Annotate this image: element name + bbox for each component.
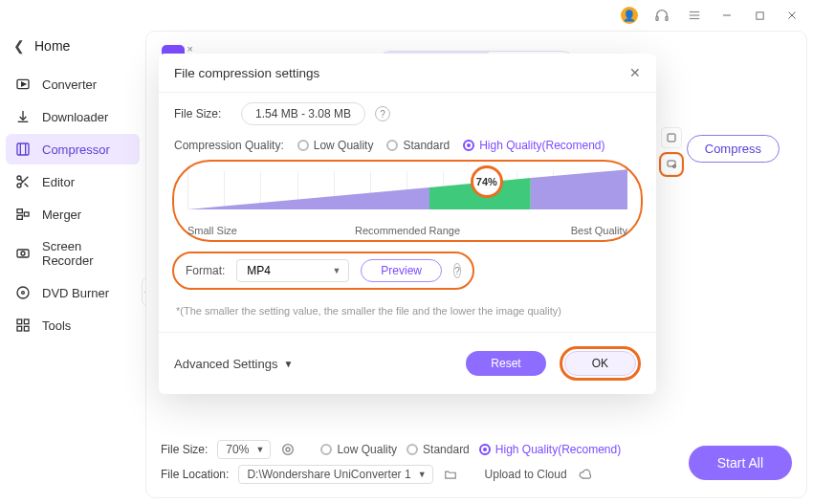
- titlebar: 👤: [0, 0, 813, 31]
- modal-quality-high-option[interactable]: High Quality(Recomend): [463, 139, 604, 152]
- info-tool-icon[interactable]: [661, 127, 682, 148]
- home-nav[interactable]: ❮ Home: [6, 34, 140, 67]
- quality-standard-option[interactable]: Standard: [406, 443, 470, 456]
- compressor-icon: [15, 142, 31, 157]
- chevron-down-icon: ▼: [283, 359, 293, 369]
- sidebar-item-label: Converter: [42, 77, 97, 92]
- cloud-icon[interactable]: [577, 468, 594, 481]
- help-icon[interactable]: ?: [453, 263, 461, 278]
- format-select[interactable]: MP4▼: [236, 259, 349, 282]
- sidebar: ❮ Home Converter Downloader Compressor E…: [0, 31, 145, 504]
- quality-low-option[interactable]: Low Quality: [320, 443, 397, 456]
- modal-filesize-label: File Size:: [174, 107, 231, 121]
- svg-point-33: [283, 445, 294, 455]
- disc-icon: [15, 285, 31, 300]
- ok-button[interactable]: OK: [564, 351, 636, 376]
- svg-point-15: [17, 184, 21, 187]
- compression-slider[interactable]: 74% Small Size Recommended Range Best Qu…: [172, 160, 643, 242]
- home-label: Home: [34, 38, 70, 54]
- target-icon[interactable]: [280, 442, 296, 457]
- maximize-icon[interactable]: [750, 6, 769, 25]
- svg-rect-0: [656, 16, 658, 20]
- folder-icon[interactable]: [443, 468, 458, 481]
- modal-quality-low-option[interactable]: Low Quality: [297, 139, 374, 152]
- headset-icon[interactable]: [652, 6, 671, 25]
- svg-rect-26: [17, 319, 22, 324]
- quality-high-option[interactable]: High Quality(Recomend): [479, 443, 621, 456]
- preview-tools: [661, 127, 682, 175]
- svg-rect-30: [668, 134, 675, 142]
- svg-rect-20: [17, 215, 22, 219]
- compress-button[interactable]: Compress: [687, 135, 780, 163]
- svg-line-18: [20, 179, 23, 182]
- filesize-label: File Size:: [161, 443, 208, 456]
- download-icon: [15, 109, 31, 124]
- svg-point-24: [17, 287, 29, 298]
- sidebar-item-compressor[interactable]: Compressor: [6, 134, 140, 164]
- advanced-settings-toggle[interactable]: Advanced Settings ▼: [174, 357, 293, 371]
- preview-button[interactable]: Preview: [361, 259, 442, 282]
- reset-button[interactable]: Reset: [466, 351, 545, 376]
- sidebar-item-label: Merger: [42, 208, 81, 222]
- sidebar-item-label: DVD Burner: [42, 286, 109, 300]
- upload-cloud-label: Upload to Cloud: [485, 468, 567, 481]
- svg-line-17: [25, 184, 29, 187]
- close-icon[interactable]: [782, 6, 802, 25]
- svg-point-34: [286, 448, 290, 451]
- sidebar-item-screenrecorder[interactable]: Screen Recorder: [6, 231, 140, 275]
- sidebar-item-downloader[interactable]: Downloader: [6, 101, 140, 132]
- help-icon[interactable]: ?: [375, 106, 390, 121]
- slider-right-label: Best Quality: [571, 225, 627, 236]
- avatar-icon[interactable]: 👤: [620, 6, 639, 25]
- svg-rect-27: [24, 319, 29, 324]
- merger-icon: [15, 207, 31, 222]
- sidebar-item-converter[interactable]: Converter: [6, 69, 140, 99]
- slider-mid-label: Recommended Range: [355, 225, 460, 236]
- svg-point-14: [17, 176, 21, 180]
- sidebar-item-label: Screen Recorder: [42, 239, 130, 268]
- sidebar-item-dvdburner[interactable]: DVD Burner: [6, 277, 140, 308]
- sidebar-item-label: Downloader: [42, 110, 108, 124]
- compression-quality-label: Compression Quality:: [174, 139, 284, 152]
- svg-rect-28: [17, 326, 22, 331]
- grid-icon: [15, 318, 31, 333]
- fileloc-select[interactable]: D:\Wondershare UniConverter 1▼: [238, 465, 432, 484]
- slider-left-label: Small Size: [187, 225, 237, 236]
- filesize-select[interactable]: 70%▼: [217, 440, 271, 459]
- camera-icon: [15, 246, 31, 261]
- converter-icon: [15, 77, 31, 92]
- menu-icon[interactable]: [685, 6, 704, 25]
- svg-rect-1: [666, 16, 668, 20]
- svg-marker-35: [187, 187, 429, 209]
- svg-rect-11: [17, 143, 29, 155]
- svg-rect-21: [24, 212, 29, 216]
- scissors-icon: [15, 174, 31, 189]
- sidebar-item-tools[interactable]: Tools: [6, 310, 140, 340]
- svg-rect-29: [24, 326, 29, 331]
- compression-settings-modal: File compression settings ✕ File Size: 1…: [159, 54, 656, 394]
- format-row: Format: MP4▼ Preview ?: [172, 252, 474, 290]
- svg-point-23: [21, 252, 25, 255]
- modal-quality-standard-option[interactable]: Standard: [386, 139, 450, 152]
- svg-rect-31: [668, 161, 675, 166]
- sidebar-item-label: Tools: [42, 318, 71, 333]
- fileloc-label: File Location:: [161, 468, 229, 481]
- svg-marker-37: [531, 169, 627, 209]
- sidebar-item-merger[interactable]: Merger: [6, 199, 140, 230]
- svg-point-25: [22, 292, 25, 295]
- settings-tool-icon[interactable]: [661, 154, 682, 175]
- format-label: Format:: [186, 264, 225, 277]
- start-all-button[interactable]: Start All: [689, 446, 792, 480]
- svg-marker-10: [22, 82, 26, 86]
- sidebar-item-editor[interactable]: Editor: [6, 166, 140, 197]
- minimize-icon[interactable]: [717, 6, 736, 25]
- svg-rect-22: [17, 250, 29, 257]
- modal-close-icon[interactable]: ✕: [629, 65, 641, 80]
- sidebar-item-label: Editor: [42, 175, 75, 189]
- sidebar-item-label: Compressor: [42, 142, 110, 157]
- hint-text: *(The smaller the setting value, the sma…: [159, 296, 656, 332]
- modal-filesize-select[interactable]: 1.54 MB - 3.08 MB: [241, 102, 365, 125]
- svg-rect-6: [756, 11, 762, 18]
- percent-badge[interactable]: 74%: [471, 165, 503, 198]
- svg-rect-19: [17, 209, 22, 213]
